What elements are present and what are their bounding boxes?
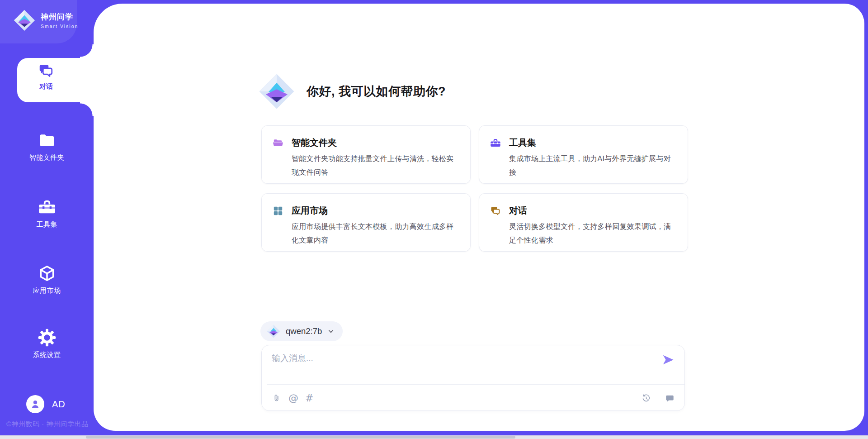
brand-gem-icon xyxy=(14,9,35,32)
chat-bubbles-icon xyxy=(38,62,54,79)
card-description: 应用市场提供丰富长文本模板，助力高效生成多样化文章内容 xyxy=(292,220,459,247)
card-app-market[interactable]: 应用市场 应用市场提供丰富长文本模板，助力高效生成多样化文章内容 xyxy=(261,193,471,252)
card-toolset[interactable]: 工具集 集成市场上主流工具，助力AI与外界无缝扩展与对接 xyxy=(479,125,688,184)
sidebar-item-label: 工具集 xyxy=(36,220,57,229)
sidebar-item-settings[interactable]: 系统设置 xyxy=(0,329,94,359)
chevron-down-icon xyxy=(327,328,335,335)
card-description: 集成市场上主流工具，助力AI与外界无缝扩展与对接 xyxy=(509,152,677,179)
composer-right-tools xyxy=(642,394,675,403)
at-icon: @ xyxy=(288,393,298,403)
main-panel: 你好, 我可以如何帮助你? 智能文件夹 智能文件夹功能支持批量文件上传与清洗，轻… xyxy=(94,4,864,431)
sidebar-item-label: 对话 xyxy=(39,82,53,91)
cube-icon xyxy=(38,264,56,282)
feature-cards: 智能文件夹 智能文件夹功能支持批量文件上传与清洗，轻松实现文件问答 工具集 集成… xyxy=(261,125,688,252)
user-account[interactable]: AD xyxy=(26,395,66,413)
brand-name: 神州问学 xyxy=(41,12,78,22)
briefcase-icon xyxy=(38,198,56,216)
new-chat-button[interactable] xyxy=(665,394,675,403)
sidebar-item-smart-folder[interactable]: 智能文件夹 xyxy=(0,131,94,162)
card-title: 应用市场 xyxy=(292,205,328,217)
active-tab-filet-top xyxy=(80,44,94,58)
model-selector[interactable]: qwen2:7b xyxy=(260,321,343,341)
model-name: qwen2:7b xyxy=(286,326,322,336)
chat-bubble-icon xyxy=(665,394,675,403)
greeting-gem-icon xyxy=(259,72,295,110)
card-title: 智能文件夹 xyxy=(292,137,337,149)
sidebar-item-label: 应用市场 xyxy=(33,286,61,295)
greeting-block: 你好, 我可以如何帮助你? xyxy=(259,72,446,110)
sidebar: 神州问学 Smart Vision 对话 智能文件夹 工具集 应用市场 系统设置… xyxy=(0,0,94,439)
grid-squares-icon xyxy=(273,205,283,216)
sidebar-item-chat[interactable]: 对话 xyxy=(17,62,95,99)
message-composer: @ # xyxy=(261,345,685,411)
card-title: 对话 xyxy=(509,205,527,217)
gear-icon xyxy=(38,329,56,347)
briefcase-icon xyxy=(490,138,501,148)
folder-icon xyxy=(38,131,56,149)
chat-bubbles-icon xyxy=(490,205,501,216)
attach-file-button[interactable] xyxy=(272,393,282,403)
hash-icon: # xyxy=(305,393,313,403)
brand-text: 神州问学 Smart Vision xyxy=(41,12,78,29)
brand-logo: 神州问学 Smart Vision xyxy=(14,9,78,32)
hashtag-button[interactable]: # xyxy=(305,393,313,403)
card-header: 应用市场 xyxy=(273,205,459,217)
history-button[interactable] xyxy=(642,394,651,403)
copyright-text: ©神州数码 · 神州问学出品 xyxy=(6,420,88,429)
paperclip-icon xyxy=(272,393,282,403)
open-folder-icon xyxy=(273,138,283,148)
greeting-text: 你好, 我可以如何帮助你? xyxy=(307,83,446,100)
card-chat[interactable]: 对话 灵活切换多模型文件，支持多样回复效果调试，满足个性化需求 xyxy=(479,193,688,252)
sidebar-item-label: 智能文件夹 xyxy=(29,153,65,162)
send-arrow-icon xyxy=(662,353,675,366)
model-gem-icon xyxy=(267,324,280,339)
card-description: 智能文件夹功能支持批量文件上传与清洗，轻松实现文件问答 xyxy=(292,152,459,179)
brand-subtitle: Smart Vision xyxy=(41,24,78,29)
sidebar-item-toolset[interactable]: 工具集 xyxy=(0,198,94,229)
scrollbar-thumb[interactable] xyxy=(86,436,515,439)
card-smart-folder[interactable]: 智能文件夹 智能文件夹功能支持批量文件上传与清洗，轻松实现文件问答 xyxy=(261,125,471,184)
card-header: 工具集 xyxy=(490,137,677,149)
message-input[interactable] xyxy=(272,353,642,381)
composer-divider xyxy=(267,384,684,385)
mention-button[interactable]: @ xyxy=(288,393,298,403)
card-header: 对话 xyxy=(490,205,677,217)
horizontal-scrollbar[interactable] xyxy=(0,435,868,439)
avatar xyxy=(26,395,44,413)
composer-toolbar: @ # xyxy=(272,387,675,410)
card-title: 工具集 xyxy=(509,137,536,149)
sidebar-item-label: 系统设置 xyxy=(33,351,61,359)
person-icon xyxy=(30,399,41,410)
clock-history-icon xyxy=(642,394,651,403)
sidebar-item-app-market[interactable]: 应用市场 xyxy=(0,264,94,295)
send-button[interactable] xyxy=(662,353,675,366)
active-tab-filet-bottom xyxy=(80,102,94,116)
card-description: 灵活切换多模型文件，支持多样回复效果调试，满足个性化需求 xyxy=(509,220,677,247)
card-header: 智能文件夹 xyxy=(273,137,459,149)
user-initials: AD xyxy=(52,399,66,410)
